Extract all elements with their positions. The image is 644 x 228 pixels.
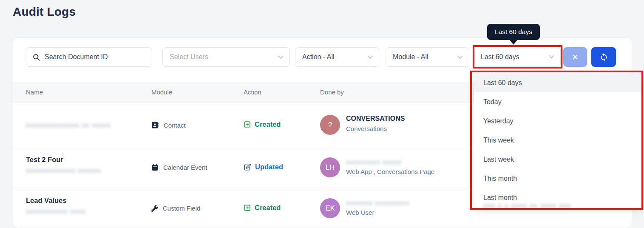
action-label: Created [255, 204, 281, 212]
date-range-menu: xxx x x xxxx xx xxxx xxx Last 60 days To… [474, 73, 641, 208]
chevron-down-icon [549, 55, 554, 59]
updated-pencil-icon [244, 163, 251, 171]
redacted-subtitle: xxxxxxxxxxxxx xxxxxx [26, 167, 101, 174]
redacted-done-by-name: xxxxxxx xxxxxxxxx [346, 199, 410, 206]
refresh-button[interactable] [591, 47, 616, 67]
redacted-done-by-name: xxxxxxxxx xxxxx [346, 158, 434, 165]
action-filter-dropdown[interactable]: Action - All [295, 47, 379, 67]
avatar: LH [320, 157, 340, 177]
refresh-icon [599, 53, 608, 62]
action-filter-value: Action - All [302, 53, 335, 61]
column-header-action: Action [244, 88, 261, 96]
redacted-clipped-option: xxx x x xxxx xx xxxx xxx [483, 202, 571, 208]
action-label: Created [255, 120, 281, 128]
action-label: Updated [255, 163, 283, 171]
search-placeholder: Search Document ID [45, 53, 108, 61]
created-plus-icon [244, 121, 251, 128]
date-range-highlight: Last 60 days [473, 45, 562, 68]
module-filter-value: Module - All [393, 53, 428, 61]
column-header-module: Module [151, 88, 172, 96]
column-header-name: Name [26, 88, 43, 96]
date-range-option[interactable]: This month [474, 169, 641, 188]
done-by-subtitle: Web App , Conversations Page [346, 168, 434, 175]
module-label: Contact [164, 122, 186, 129]
module-label: Custom Field [163, 205, 200, 212]
module-filter-dropdown[interactable]: Module - All [386, 47, 469, 67]
done-by-name: CONVERSATIONS [346, 115, 405, 123]
chevron-down-icon [278, 55, 284, 59]
record-name: Test 2 Four [26, 156, 101, 164]
search-icon [32, 53, 40, 61]
redacted-subtitle: xxxxxxxxxxx xxxx [26, 208, 86, 215]
calendar-icon [151, 164, 159, 171]
avatar: EK [320, 198, 340, 218]
avatar: ? [320, 115, 340, 135]
tooltip-text: Last 60 days [495, 28, 532, 35]
close-icon: ✕ [572, 52, 579, 62]
record-name: Lead Values [26, 197, 86, 205]
module-label: Calendar Event [163, 164, 207, 171]
clear-filters-button[interactable]: ✕ [563, 47, 587, 67]
date-range-value: Last 60 days [481, 53, 519, 61]
search-input[interactable]: Search Document ID [26, 47, 152, 67]
date-range-dropdown[interactable]: Last 60 days [474, 47, 561, 67]
done-by-subtitle: Conversations [346, 125, 405, 132]
column-header-done-by: Done by [320, 88, 344, 96]
select-users-dropdown[interactable]: Select Users [162, 47, 290, 67]
date-range-option[interactable]: Last 60 days [474, 73, 641, 92]
created-plus-icon [244, 204, 251, 211]
redacted-name: xxxxxxxxxxxxxx xx xxxxx [26, 121, 111, 128]
date-range-option[interactable]: Yesterday [474, 111, 641, 131]
page-title: Audit Logs [13, 5, 76, 19]
done-by-subtitle: Web User [346, 209, 410, 216]
date-range-option[interactable]: Today [474, 92, 641, 111]
chevron-down-icon [457, 55, 463, 59]
date-range-option[interactable]: Last week [474, 150, 641, 169]
wrench-icon [151, 205, 158, 212]
chevron-down-icon [367, 55, 373, 59]
tooltip: Last 60 days [487, 24, 540, 40]
select-users-placeholder: Select Users [170, 53, 208, 61]
contact-book-icon [151, 121, 159, 129]
date-range-option[interactable]: This week [474, 131, 641, 150]
